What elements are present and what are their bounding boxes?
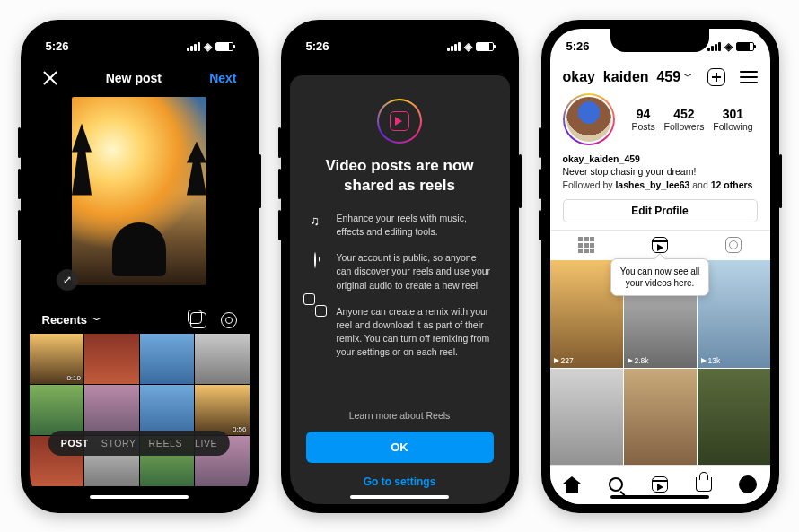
media-thumb[interactable] bbox=[30, 385, 84, 435]
wifi-icon: ◈ bbox=[464, 40, 472, 53]
mode-live[interactable]: LIVE bbox=[195, 438, 217, 449]
profile-icon bbox=[739, 475, 757, 493]
next-button[interactable]: Next bbox=[209, 71, 236, 85]
page-title: New post bbox=[106, 71, 162, 85]
stat-following[interactable]: 301Following bbox=[713, 107, 752, 132]
close-icon[interactable] bbox=[42, 70, 58, 86]
reels-icon bbox=[652, 237, 668, 253]
phone-new-post: 5:26 ◈ New post Next ⤢ Recents ﹀ bbox=[21, 20, 259, 513]
status-time: 5:26 bbox=[306, 39, 329, 53]
grid-icon bbox=[578, 237, 594, 253]
followed-by-line[interactable]: Followed by lashes_by_lee63 and 12 other… bbox=[563, 179, 758, 192]
reels-tab-tooltip: You can now see all your videos here. bbox=[610, 258, 709, 296]
bio-username: okay_kaiden_459 bbox=[563, 153, 758, 166]
reel-thumb[interactable] bbox=[550, 369, 623, 465]
shop-icon bbox=[696, 477, 712, 492]
media-thumb[interactable] bbox=[140, 385, 195, 435]
media-grid: 0:10 0:56 bbox=[30, 334, 250, 486]
battery-icon bbox=[215, 42, 233, 51]
nav-reels[interactable] bbox=[650, 475, 670, 494]
view-count: 2.8k bbox=[635, 356, 649, 365]
media-thumb[interactable] bbox=[195, 334, 250, 384]
reel-thumb[interactable] bbox=[624, 369, 697, 465]
play-icon bbox=[628, 358, 633, 363]
profile-username[interactable]: okay_kaiden_459 ﹀ bbox=[563, 69, 693, 85]
stat-followers[interactable]: 452Followers bbox=[663, 107, 704, 132]
avatar[interactable] bbox=[563, 93, 615, 145]
tab-tagged[interactable] bbox=[697, 231, 770, 260]
view-count: 227 bbox=[561, 356, 574, 365]
battery-icon bbox=[476, 42, 494, 51]
battery-icon bbox=[736, 42, 754, 51]
view-count: 13k bbox=[708, 356, 721, 365]
profile-bio: okay_kaiden_459 Never stop chasing your … bbox=[550, 153, 770, 199]
mode-reels[interactable]: REELS bbox=[149, 438, 182, 449]
media-thumb[interactable]: 0:56 bbox=[195, 385, 250, 435]
home-icon bbox=[563, 476, 581, 493]
stat-posts[interactable]: 94Posts bbox=[631, 107, 654, 132]
expand-icon[interactable]: ⤢ bbox=[57, 269, 78, 291]
signal-icon bbox=[447, 42, 461, 51]
media-thumb[interactable] bbox=[84, 334, 139, 384]
media-thumb[interactable]: 0:10 bbox=[30, 334, 84, 384]
tagged-icon bbox=[725, 237, 742, 253]
duration-label: 0:10 bbox=[66, 374, 81, 382]
nav-shop[interactable] bbox=[694, 475, 714, 494]
feature-text: Your account is public, so anyone can di… bbox=[337, 251, 494, 292]
profile-header: okay_kaiden_459 ﹀ bbox=[550, 65, 770, 92]
go-to-settings-link[interactable]: Go to settings bbox=[306, 468, 494, 495]
feature-row: Your account is public, so anyone can di… bbox=[306, 251, 494, 292]
mode-story[interactable]: STORY bbox=[101, 438, 136, 449]
notch bbox=[610, 29, 709, 52]
home-indicator bbox=[90, 495, 189, 499]
signal-icon bbox=[707, 42, 721, 51]
reel-thumb[interactable] bbox=[698, 369, 770, 465]
person-icon bbox=[306, 251, 324, 292]
phone-reels-modal: 5:26 ◈ Video posts are now shared as ree… bbox=[281, 20, 519, 513]
play-icon bbox=[554, 358, 559, 363]
signal-icon bbox=[187, 42, 200, 51]
status-time: 5:26 bbox=[46, 39, 69, 53]
menu-icon[interactable] bbox=[740, 71, 758, 83]
info-sheet: Video posts are now shared as reels ♫ En… bbox=[290, 75, 510, 504]
feature-row: Anyone can create a remix with your reel… bbox=[306, 305, 494, 360]
new-post-header: New post Next bbox=[30, 65, 250, 92]
notch bbox=[90, 29, 189, 52]
phone-profile: 5:26 ◈ okay_kaiden_459 ﹀ 94Posts 452Foll… bbox=[541, 20, 779, 513]
chevron-down-icon: ﹀ bbox=[684, 71, 692, 83]
nav-home[interactable] bbox=[562, 475, 582, 494]
wifi-icon: ◈ bbox=[204, 40, 212, 53]
tab-grid[interactable] bbox=[550, 231, 624, 260]
camera-icon[interactable] bbox=[221, 312, 237, 328]
chevron-down-icon: ﹀ bbox=[92, 314, 101, 327]
media-preview[interactable]: ⤢ bbox=[30, 97, 250, 303]
media-thumb[interactable] bbox=[140, 334, 195, 384]
search-icon bbox=[609, 477, 623, 492]
learn-more-link[interactable]: Learn more about Reels bbox=[306, 405, 494, 426]
feature-text: Enhance your reels with music, effects a… bbox=[337, 212, 494, 239]
album-label: Recents bbox=[42, 313, 88, 327]
media-thumb[interactable] bbox=[84, 385, 139, 435]
multi-select-icon[interactable] bbox=[190, 312, 206, 328]
duration-label: 0:56 bbox=[233, 425, 247, 433]
nav-profile[interactable] bbox=[738, 475, 758, 494]
reels-badge-icon bbox=[377, 99, 422, 144]
home-indicator bbox=[350, 495, 449, 499]
notch bbox=[350, 29, 449, 52]
bio-tagline: Never stop chasing your dream! bbox=[563, 165, 758, 179]
album-picker[interactable]: Recents ﹀ bbox=[42, 313, 102, 327]
status-time: 5:26 bbox=[566, 39, 590, 53]
ok-button[interactable]: OK bbox=[306, 432, 494, 463]
play-icon bbox=[701, 358, 707, 363]
home-indicator bbox=[610, 495, 709, 499]
album-picker-row: Recents ﹀ bbox=[30, 303, 250, 334]
mode-switcher[interactable]: POST STORY REELS LIVE bbox=[48, 431, 230, 456]
nav-search[interactable] bbox=[606, 475, 626, 494]
feature-row: ♫ Enhance your reels with music, effects… bbox=[306, 212, 494, 239]
create-icon[interactable] bbox=[707, 68, 725, 86]
profile-stats-row: 94Posts 452Followers 301Following bbox=[550, 92, 770, 153]
reels-icon bbox=[652, 476, 668, 493]
mode-post[interactable]: POST bbox=[61, 438, 89, 449]
feature-text: Anyone can create a remix with your reel… bbox=[337, 305, 494, 360]
edit-profile-button[interactable]: Edit Profile bbox=[563, 199, 758, 222]
